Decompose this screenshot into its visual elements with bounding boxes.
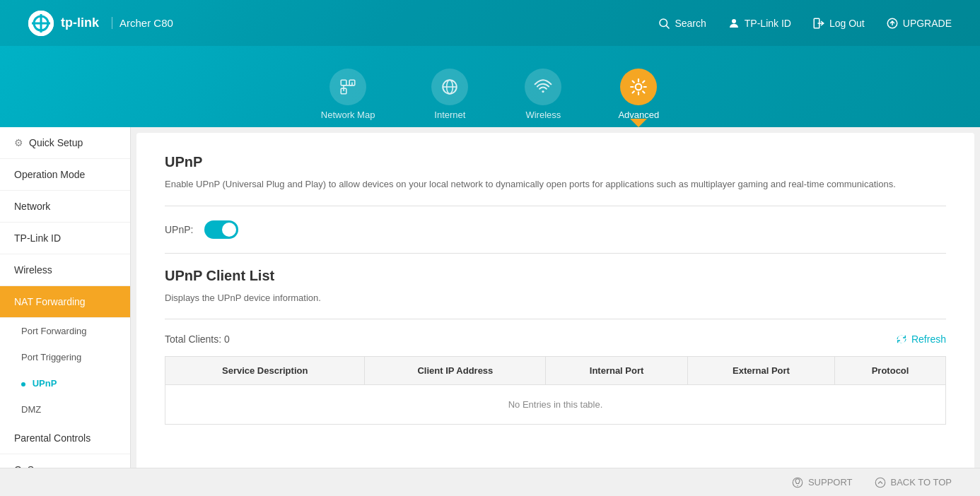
- nav-tabs: Network Map Internet Wireless Advanced: [0, 46, 980, 127]
- refresh-label: Refresh: [911, 333, 946, 345]
- col-external-port: External Port: [687, 357, 834, 385]
- client-list-title: UPnP Client List: [165, 268, 946, 284]
- sidebar-subitem-port-triggering[interactable]: Port Triggering: [0, 344, 130, 370]
- tplink-id-label: TP-Link ID: [745, 18, 791, 29]
- wireless-icon: [525, 69, 561, 105]
- sidebar-subitem-upnp[interactable]: UPnP: [0, 370, 130, 396]
- header-top: tp-link Archer C80 Search TP-Link ID Log…: [0, 0, 980, 46]
- support-label: SUPPORT: [808, 477, 853, 488]
- upnp-toggle-label: UPnP:: [165, 224, 193, 235]
- sidebar-item-quick-setup-label: Quick Setup: [29, 137, 83, 148]
- table-row-empty: No Entries in this table.: [165, 385, 946, 425]
- sidebar-subitem-dmz-label: DMZ: [21, 404, 41, 415]
- tab-wireless-label: Wireless: [525, 110, 561, 120]
- sidebar-item-parental-controls[interactable]: Parental Controls: [0, 423, 130, 454]
- sidebar-item-operation-mode[interactable]: Operation Mode: [0, 159, 130, 191]
- tab-internet[interactable]: Internet: [431, 69, 468, 120]
- divider-2: [165, 253, 946, 254]
- sidebar-item-quick-setup[interactable]: ⚙ Quick Setup: [0, 127, 130, 159]
- search-action[interactable]: Search: [658, 17, 706, 30]
- upnp-desc: Enable UPnP (Universal Plug and Play) to…: [165, 177, 946, 191]
- sidebar-item-nat-forwarding[interactable]: NAT Forwarding: [0, 286, 130, 318]
- main: ⚙ Quick Setup Operation Mode Network TP-…: [0, 127, 980, 496]
- sidebar-item-wireless-label: Wireless: [14, 264, 52, 276]
- logout-label: Log Out: [829, 18, 865, 29]
- divider-1: [165, 206, 946, 206]
- total-clients: Total Clients: 0: [165, 333, 230, 345]
- upnp-toggle-row: UPnP:: [165, 220, 946, 239]
- footer: SUPPORT BACK TO TOP: [0, 468, 980, 496]
- search-label: Search: [675, 18, 706, 29]
- back-to-top-icon: [874, 476, 887, 489]
- svg-point-19: [636, 84, 642, 90]
- logo-icon: [28, 11, 54, 36]
- quick-setup-icon: ⚙: [14, 137, 23, 148]
- sidebar-subitem-port-triggering-label: Port Triggering: [21, 352, 81, 362]
- logout-action[interactable]: Log Out: [812, 17, 865, 30]
- upnp-table: Service Description Client IP Address In…: [165, 356, 946, 425]
- upgrade-label: UPGRADE: [903, 18, 952, 29]
- back-to-top-button[interactable]: BACK TO TOP: [874, 476, 952, 489]
- tab-internet-label: Internet: [434, 110, 465, 120]
- sidebar-item-wireless[interactable]: Wireless: [0, 254, 130, 286]
- upnp-title: UPnP: [165, 154, 946, 170]
- col-client-ip: Client IP Address: [365, 357, 546, 385]
- svg-line-5: [667, 25, 670, 28]
- support-button[interactable]: SUPPORT: [791, 476, 853, 489]
- client-list-desc: Displays the UPnP device information.: [165, 291, 946, 305]
- upgrade-icon: [886, 17, 899, 30]
- svg-point-22: [875, 478, 885, 488]
- sidebar-item-operation-mode-label: Operation Mode: [14, 169, 85, 180]
- header-actions: Search TP-Link ID Log Out UPGRADE: [658, 17, 952, 30]
- sidebar-subitem-dmz[interactable]: DMZ: [0, 396, 130, 423]
- svg-rect-9: [341, 80, 346, 85]
- tab-advanced[interactable]: Advanced: [618, 69, 659, 120]
- col-service-desc: Service Description: [165, 357, 365, 385]
- svg-point-4: [660, 19, 667, 27]
- brand-model: Archer C80: [112, 17, 173, 29]
- upgrade-action[interactable]: UPGRADE: [886, 17, 952, 30]
- header: tp-link Archer C80 Search TP-Link ID Log…: [0, 0, 980, 127]
- empty-message: No Entries in this table.: [165, 385, 946, 425]
- sidebar-item-tplink-id-label: TP-Link ID: [14, 232, 61, 244]
- sidebar: ⚙ Quick Setup Operation Mode Network TP-…: [0, 127, 131, 496]
- upnp-toggle[interactable]: [204, 220, 238, 239]
- logo-area: tp-link Archer C80: [28, 11, 173, 36]
- sidebar-subitem-port-forwarding[interactable]: Port Forwarding: [0, 318, 130, 344]
- svg-point-18: [542, 90, 544, 93]
- svg-point-21: [797, 485, 798, 486]
- sidebar-subitem-port-forwarding-label: Port Forwarding: [21, 326, 86, 336]
- tplink-id-icon: [728, 17, 740, 30]
- tab-network-map[interactable]: Network Map: [321, 69, 375, 120]
- col-protocol: Protocol: [835, 357, 946, 385]
- sidebar-item-network[interactable]: Network: [0, 191, 130, 223]
- sidebar-item-parental-controls-label: Parental Controls: [14, 432, 91, 444]
- svg-point-6: [732, 19, 736, 23]
- back-to-top-label: BACK TO TOP: [891, 477, 952, 488]
- refresh-icon: [896, 333, 907, 345]
- sidebar-item-nat-forwarding-label: NAT Forwarding: [14, 296, 86, 307]
- tab-network-map-label: Network Map: [321, 110, 375, 120]
- col-internal-port: Internal Port: [546, 357, 687, 385]
- client-list-header: Total Clients: 0 Refresh: [165, 333, 946, 345]
- network-map-icon: [329, 69, 366, 105]
- tplink-id-action[interactable]: TP-Link ID: [728, 17, 791, 30]
- internet-icon: [431, 69, 468, 105]
- refresh-button[interactable]: Refresh: [896, 333, 946, 345]
- content-area: UPnP Enable UPnP (Universal Plug and Pla…: [136, 133, 974, 490]
- logout-icon: [812, 17, 825, 30]
- search-icon: [658, 17, 670, 30]
- divider-3: [165, 319, 946, 319]
- brand-name: tp-link: [61, 16, 99, 30]
- active-dot: [21, 382, 25, 386]
- sidebar-item-network-label: Network: [14, 201, 50, 212]
- tab-wireless[interactable]: Wireless: [525, 69, 561, 120]
- sidebar-item-tplink-id[interactable]: TP-Link ID: [0, 223, 130, 254]
- sidebar-subitem-upnp-label: UPnP: [33, 378, 57, 389]
- advanced-icon: [620, 69, 657, 105]
- support-icon: [791, 476, 804, 489]
